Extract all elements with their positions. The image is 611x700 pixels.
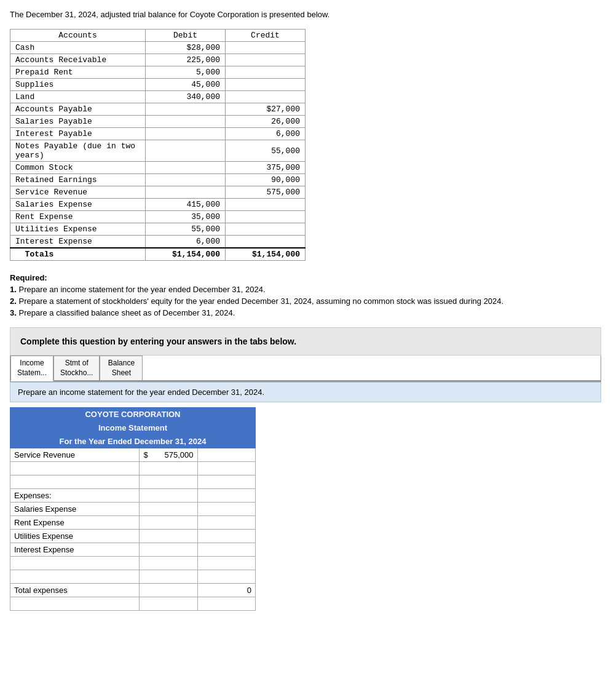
final-cell-a[interactable] — [10, 597, 140, 611]
rent-expense-label: Rent Expense — [10, 516, 140, 530]
rent-expense-total-cell[interactable] — [197, 516, 256, 530]
empty-cell-4c[interactable] — [197, 570, 256, 584]
tb-credit-cell: 6,000 — [226, 128, 306, 140]
expenses-label: Expenses: — [10, 489, 140, 503]
tb-debit-cell — [146, 128, 226, 140]
income-statement-wrapper: COYOTE CORPORATION Income Statement For … — [10, 407, 601, 611]
service-revenue-total-input[interactable] — [202, 450, 252, 459]
tb-account-cell: Rent Expense — [10, 211, 146, 223]
tb-debit-cell: 35,000 — [146, 211, 226, 223]
empty-cell-2c[interactable] — [197, 475, 256, 489]
salaries-expense-input-cell[interactable] — [140, 503, 198, 516]
total-expenses-label: Total expenses — [10, 584, 140, 597]
empty-cell-1b[interactable] — [140, 462, 198, 475]
tb-debit-cell: 225,000 — [146, 54, 226, 66]
empty-cell-2b[interactable] — [140, 475, 198, 489]
empty-cell-1c[interactable] — [197, 462, 256, 475]
empty-cell-1a[interactable] — [10, 462, 140, 475]
tb-account-cell: Accounts Payable — [10, 103, 146, 116]
empty-cell-4b[interactable] — [140, 570, 198, 584]
tb-row: Accounts Payable$27,000 — [10, 103, 306, 116]
tb-totals-label: Totals — [10, 248, 146, 261]
required-item-3: 3. Prepare a classified balance sheet as… — [10, 308, 601, 317]
complete-question-box: Complete this question by entering your … — [10, 327, 601, 356]
tab-balance-sheet[interactable]: BalanceSheet — [100, 356, 143, 380]
empty-cell-3b[interactable] — [140, 557, 198, 570]
tb-row: Interest Payable6,000 — [10, 128, 306, 140]
interest-expense-row: Interest Expense — [10, 543, 256, 557]
empty-cell-4a[interactable] — [10, 570, 140, 584]
is-company-name: COYOTE CORPORATION — [10, 408, 256, 421]
trial-balance-table: Accounts Debit Credit Cash$28,000Account… — [10, 29, 306, 261]
tb-credit-cell: $27,000 — [226, 103, 306, 116]
is-statement-title: Income Statement — [10, 421, 256, 435]
tb-row: Common Stock375,000 — [10, 162, 306, 174]
interest-expense-input[interactable] — [143, 545, 194, 554]
tab-stmt-stockholders[interactable]: Stmt ofStockho... — [53, 356, 100, 380]
tb-debit-cell — [146, 140, 226, 162]
salaries-expense-input[interactable] — [143, 504, 194, 514]
required-item-1: 1. Prepare an income statement for the y… — [10, 285, 601, 294]
tb-row: Utilities Expense55,000 — [10, 223, 306, 236]
tab-income-statement[interactable]: IncomeStatem... — [10, 356, 53, 381]
service-revenue-dollar-input[interactable] — [143, 450, 156, 459]
empty-row-3 — [10, 557, 256, 570]
tb-row: Land340,000 — [10, 91, 306, 103]
salaries-expense-row: Salaries Expense — [10, 503, 256, 516]
is-date-range: For the Year Ended December 31, 2024 — [10, 435, 256, 448]
tb-credit-cell: 575,000 — [226, 186, 306, 199]
tb-account-cell: Salaries Expense — [10, 199, 146, 211]
tb-credit-cell — [226, 211, 306, 223]
tb-credit-cell — [226, 223, 306, 236]
rent-expense-input[interactable] — [143, 518, 194, 527]
tb-row: Supplies45,000 — [10, 79, 306, 91]
tb-header-debit: Debit — [146, 30, 226, 42]
tb-debit-cell — [146, 162, 226, 174]
tb-row: Salaries Expense415,000 — [10, 199, 306, 211]
expenses-col2[interactable] — [197, 489, 256, 503]
is-header-row-3: For the Year Ended December 31, 2024 — [10, 435, 256, 448]
total-expenses-col1[interactable] — [140, 584, 198, 597]
tb-row: Salaries Payable26,000 — [10, 116, 306, 128]
empty-cell-2a[interactable] — [10, 475, 140, 489]
tb-account-cell: Retained Earnings — [10, 174, 146, 186]
tb-row: Prepaid Rent5,000 — [10, 66, 306, 79]
interest-expense-label: Interest Expense — [10, 543, 140, 557]
service-revenue-dollar-cell[interactable] — [140, 448, 198, 462]
service-revenue-amount-input[interactable] — [158, 450, 194, 459]
utilities-expense-input[interactable] — [143, 531, 194, 541]
empty-row-4 — [10, 570, 256, 584]
interest-expense-input-cell[interactable] — [140, 543, 198, 557]
is-header-row-1: COYOTE CORPORATION — [10, 408, 256, 421]
total-expenses-input[interactable] — [202, 586, 252, 595]
income-statement-table: COYOTE CORPORATION Income Statement For … — [10, 407, 256, 611]
tb-row: Retained Earnings90,000 — [10, 174, 306, 186]
interest-expense-total-cell[interactable] — [197, 543, 256, 557]
empty-cell-3a[interactable] — [10, 557, 140, 570]
is-header-row-2: Income Statement — [10, 421, 256, 435]
tb-credit-cell: 26,000 — [226, 116, 306, 128]
tb-row: Service Revenue575,000 — [10, 186, 306, 199]
total-expenses-value[interactable] — [197, 584, 256, 597]
expenses-col1[interactable] — [140, 489, 198, 503]
final-cell-c[interactable] — [197, 597, 256, 611]
tb-account-cell: Prepaid Rent — [10, 66, 146, 79]
tb-credit-cell — [226, 91, 306, 103]
tb-row: Accounts Receivable225,000 — [10, 54, 306, 66]
tb-debit-cell: $28,000 — [146, 42, 226, 54]
final-cell-b[interactable] — [140, 597, 198, 611]
required-label: Required: — [10, 273, 601, 282]
empty-cell-3c[interactable] — [197, 557, 256, 570]
utilities-expense-total-cell[interactable] — [197, 530, 256, 543]
rent-expense-input-cell[interactable] — [140, 516, 198, 530]
tb-totals-debit: $1,154,000 — [146, 248, 226, 261]
utilities-expense-input-cell[interactable] — [140, 530, 198, 543]
salaries-expense-total-cell[interactable] — [197, 503, 256, 516]
service-revenue-total-cell[interactable] — [197, 448, 256, 462]
tb-account-cell: Accounts Receivable — [10, 54, 146, 66]
tb-account-cell: Interest Payable — [10, 128, 146, 140]
tb-credit-cell — [226, 236, 306, 249]
tb-debit-cell: 55,000 — [146, 223, 226, 236]
tb-debit-cell — [146, 103, 226, 116]
tb-credit-cell: 90,000 — [226, 174, 306, 186]
